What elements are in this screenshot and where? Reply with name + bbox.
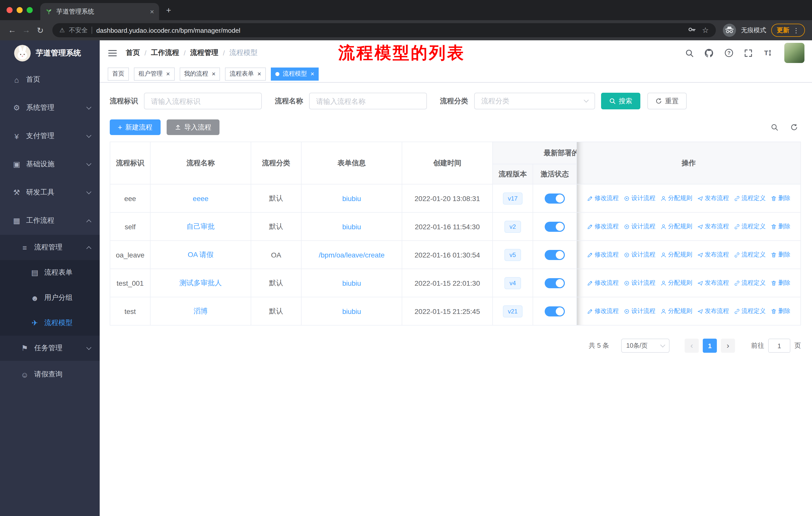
sidebar-collapse-icon[interactable] [108, 48, 117, 58]
tag-process-model[interactable]: 流程模型 × [271, 67, 319, 80]
form-info-link[interactable]: /bpm/oa/leave/create [319, 251, 385, 259]
active-toggle[interactable] [545, 250, 565, 260]
browser-tab[interactable]: 芋道管理系统 × [40, 3, 159, 20]
form-info-link[interactable]: biubiu [342, 222, 361, 230]
assign-action-link[interactable]: 分配规则 [661, 279, 692, 288]
close-icon[interactable]: × [166, 71, 170, 77]
model-name-link[interactable]: 测试多审批人 [179, 278, 222, 287]
sidebar-item-infrastructure[interactable]: ▣ 基础设施 [0, 150, 100, 179]
assign-action-link[interactable]: 分配规则 [661, 307, 692, 316]
remove-action-link[interactable]: 删除 [771, 194, 790, 203]
edit-action-link[interactable]: 修改流程 [587, 194, 619, 203]
definition-action-link[interactable]: 流程定义 [734, 307, 766, 316]
process-key-input[interactable] [144, 93, 262, 109]
edit-action-link[interactable]: 修改流程 [587, 307, 619, 316]
remove-action-link[interactable]: 删除 [771, 251, 790, 259]
prev-page-button[interactable]: ‹ [685, 338, 699, 353]
key-icon[interactable] [688, 25, 696, 35]
definition-action-link[interactable]: 流程定义 [734, 279, 766, 288]
goto-page-input[interactable] [768, 338, 790, 353]
tag-tenant[interactable]: 租户管理 × [134, 67, 174, 80]
definition-action-link[interactable]: 流程定义 [734, 251, 766, 259]
design-action-link[interactable]: 设计流程 [624, 251, 656, 259]
active-toggle[interactable] [545, 278, 565, 288]
remove-action-link[interactable]: 删除 [771, 222, 790, 231]
active-toggle[interactable] [545, 306, 565, 316]
category-select[interactable]: 流程分类 [474, 93, 595, 109]
form-info-link[interactable]: biubiu [342, 279, 361, 287]
definition-action-link[interactable]: 流程定义 [734, 194, 766, 203]
sidebar-item-user-group[interactable]: ☻ 用户分组 [0, 285, 100, 310]
remove-action-link[interactable]: 删除 [771, 307, 790, 316]
sidebar-item-process-management[interactable]: ≡ 流程管理 [0, 235, 100, 260]
search-icon[interactable] [685, 49, 694, 57]
deploy-action-link[interactable]: 发布流程 [697, 222, 729, 231]
breadcrumb-item[interactable]: 流程管理 [190, 48, 219, 57]
active-toggle[interactable] [545, 193, 565, 203]
help-icon[interactable]: ? [724, 48, 733, 57]
fullscreen-icon[interactable] [744, 49, 753, 57]
browser-update-button[interactable]: 更新 ⋮ [771, 24, 805, 37]
form-info-link[interactable]: biubiu [342, 307, 361, 315]
sidebar-item-process-form[interactable]: ▤ 流程表单 [0, 260, 100, 285]
zoom-window-button[interactable] [27, 7, 33, 13]
deploy-action-link[interactable]: 发布流程 [697, 307, 729, 316]
remove-action-link[interactable]: 删除 [771, 279, 790, 288]
user-avatar[interactable] [784, 43, 805, 63]
breadcrumb-item[interactable]: 首页 [126, 48, 140, 57]
assign-action-link[interactable]: 分配规则 [661, 251, 692, 259]
minimize-window-button[interactable] [17, 7, 23, 13]
design-action-link[interactable]: 设计流程 [624, 279, 656, 288]
active-toggle[interactable] [545, 221, 565, 232]
address-bar[interactable]: ⚠ 不安全 dashboard.yudao.iocoder.cn/bpm/man… [52, 23, 716, 37]
sidebar-item-payment[interactable]: ¥ 支付管理 [0, 122, 100, 150]
bookmark-star-icon[interactable]: ☆ [702, 26, 709, 35]
tag-my-process[interactable]: 我的流程 × [179, 67, 220, 80]
search-button[interactable]: 搜索 [601, 93, 640, 109]
tab-close-icon[interactable]: × [150, 7, 154, 16]
sidebar-item-leave-query[interactable]: ☺ 请假查询 [0, 361, 100, 388]
form-info-link[interactable]: biubiu [342, 194, 361, 202]
refresh-icon[interactable] [790, 124, 798, 131]
close-icon[interactable]: × [212, 71, 215, 77]
search-toggle-icon[interactable] [771, 124, 778, 131]
font-size-icon[interactable]: T [763, 48, 772, 57]
definition-action-link[interactable]: 流程定义 [734, 222, 766, 231]
close-window-button[interactable] [6, 7, 12, 13]
assign-action-link[interactable]: 分配规则 [661, 222, 692, 231]
browser-menu-icon[interactable]: ⋮ [793, 26, 800, 34]
sidebar-item-task-management[interactable]: ⚑ 任务管理 [0, 335, 100, 361]
reload-icon[interactable]: ↻ [35, 25, 45, 35]
assign-action-link[interactable]: 分配规则 [661, 194, 692, 203]
app-logo[interactable]: 芋道管理系统 [0, 40, 100, 65]
edit-action-link[interactable]: 修改流程 [587, 251, 619, 259]
deploy-action-link[interactable]: 发布流程 [697, 251, 729, 259]
model-name-link[interactable]: eeee [193, 194, 208, 202]
forward-icon[interactable]: → [21, 26, 31, 35]
sidebar-item-system[interactable]: ⚙ 系统管理 [0, 94, 100, 122]
close-icon[interactable]: × [311, 71, 314, 77]
create-process-button[interactable]: + 新建流程 [110, 119, 161, 135]
edit-action-link[interactable]: 修改流程 [587, 222, 619, 231]
sidebar-item-home[interactable]: ⌂ 首页 [0, 65, 100, 94]
back-icon[interactable]: ← [7, 26, 17, 35]
sidebar-item-process-model[interactable]: ✈ 流程模型 [0, 310, 100, 335]
deploy-action-link[interactable]: 发布流程 [697, 194, 729, 203]
current-page-button[interactable]: 1 [703, 338, 717, 353]
tag-home[interactable]: 首页 [108, 67, 129, 80]
github-icon[interactable] [704, 48, 714, 58]
model-name-link[interactable]: 自己审批 [186, 222, 215, 230]
tag-process-form[interactable]: 流程表单 × [225, 67, 265, 80]
page-size-select[interactable]: 10条/页 [621, 338, 670, 353]
design-action-link[interactable]: 设计流程 [624, 307, 656, 316]
new-tab-button[interactable]: + [166, 5, 171, 16]
breadcrumb-item[interactable]: 工作流程 [151, 48, 179, 57]
next-page-button[interactable]: › [721, 338, 735, 353]
process-name-input[interactable] [309, 93, 427, 109]
edit-action-link[interactable]: 修改流程 [587, 279, 619, 288]
deploy-action-link[interactable]: 发布流程 [697, 279, 729, 288]
model-name-link[interactable]: OA 请假 [188, 250, 214, 258]
model-name-link[interactable]: 滔博 [194, 307, 208, 315]
close-icon[interactable]: × [257, 71, 261, 77]
import-process-button[interactable]: 导入流程 [167, 119, 220, 135]
